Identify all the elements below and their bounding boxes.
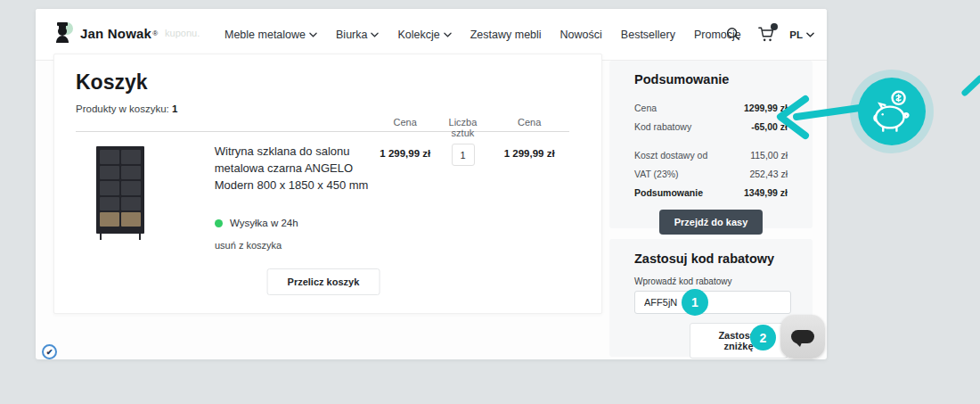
column-total-price: Cena: [489, 117, 569, 131]
language-label: PL: [789, 29, 803, 40]
column-unit-price: Cena: [374, 117, 437, 131]
summary-row-value: -65,00 zł: [751, 121, 788, 132]
nav-item-label: Biurka: [336, 29, 367, 41]
recalculate-cart-button[interactable]: Przelicz koszyk: [267, 268, 380, 295]
summary-title: Podsumowanie: [634, 72, 788, 87]
discount-title: Zastosuj kod rabatowy: [634, 251, 788, 266]
order-summary-panel: Podsumowanie Cena 1299,99 zł Kod rabatow…: [609, 61, 813, 228]
summary-row-label: VAT (23%): [634, 169, 679, 179]
nav-item-meble-metalowe[interactable]: Meble metalowe: [225, 29, 317, 41]
discount-input-label: Wprowadź kod rabatowy: [634, 276, 788, 286]
cart-count-value: 1: [172, 103, 177, 114]
brand-logo[interactable]: Jan Nowak ® kuponu.: [53, 21, 200, 45]
piggy-bank-icon: [858, 78, 926, 145]
chevron-down-icon: [806, 32, 814, 37]
column-quantity: Liczba sztuk: [437, 117, 490, 131]
nav-item-zestawy-mebli[interactable]: Zestawy mebli: [470, 29, 542, 41]
brand-ghost-text: kuponu.: [165, 28, 200, 38]
checkout-button[interactable]: Przejdź do kasy: [659, 210, 764, 235]
cart-count-line: Produkty w koszyku: 1: [76, 103, 177, 114]
nav-actions: PL: [725, 9, 814, 61]
brand-reg-mark: ®: [152, 29, 158, 37]
page: Jan Nowak ® kuponu. Meble metalowe Biurk…: [0, 0, 980, 404]
brand-logo-icon: [53, 21, 75, 45]
brand-name: Jan Nowak: [80, 26, 151, 41]
cart-table-header: Cena Liczba sztuk Cena: [76, 117, 569, 132]
cart-item-row: Witryna szklana do salonu metalowa czarn…: [93, 144, 569, 240]
cart-count-label: Produkty w koszyku:: [76, 103, 169, 114]
summary-row-value: 1349,99 zł: [744, 187, 788, 198]
chat-widget-button[interactable]: [780, 315, 825, 359]
shipping-status-label: Wysyłka w 24h: [230, 218, 298, 228]
cart-section: Koszyk Produkty w koszyku: 1 Cena Liczba…: [53, 54, 602, 314]
chevron-down-icon: [309, 32, 317, 37]
nav-item-label: Kolekcje: [397, 29, 439, 41]
summary-row-label: Koszt dostawy od: [634, 150, 707, 161]
search-icon[interactable]: [725, 26, 743, 44]
shipping-status: Wysyłka w 24h: [215, 218, 298, 228]
summary-row-value: 252,43 zł: [749, 169, 788, 179]
summary-row-total: Podsumowanie 1349,99 zł: [634, 187, 788, 198]
remove-from-cart-link[interactable]: usuń z koszyka: [215, 240, 282, 251]
summary-row-shipping: Koszt dostawy od 115,00 zł: [634, 150, 788, 161]
nav-item-label: Zestawy mebli: [470, 29, 542, 41]
shop-window: Jan Nowak ® kuponu. Meble metalowe Biurk…: [36, 9, 827, 359]
cabinet-illustration: [96, 146, 144, 234]
product-image[interactable]: [93, 146, 146, 240]
page-title: Koszyk: [76, 70, 148, 95]
nav-item-label: Bestsellery: [621, 29, 675, 41]
language-selector[interactable]: PL: [789, 29, 814, 40]
cart-icon[interactable]: [757, 26, 775, 44]
chevron-down-icon: [371, 32, 379, 37]
in-stock-dot-icon: [215, 219, 223, 227]
nav-item-nowosci[interactable]: Nowości: [560, 29, 602, 41]
nav-item-kolekcje[interactable]: Kolekcje: [397, 29, 451, 41]
product-total-price: 1 299,99 zł: [489, 144, 569, 240]
annotation-step-2: 2: [750, 325, 776, 350]
summary-row-label: Cena: [634, 103, 657, 113]
nav-item-label: Meble metalowe: [225, 29, 306, 41]
chevron-down-icon: [444, 32, 452, 37]
consent-check-icon[interactable]: ✔: [42, 344, 57, 359]
cart-count-badge: [771, 23, 778, 30]
nav-item-label: Nowości: [560, 29, 602, 41]
discount-code-input[interactable]: [634, 291, 791, 314]
summary-row-value: 1299,99 zł: [744, 103, 788, 113]
summary-row-price: Cena 1299,99 zł: [634, 103, 788, 113]
annotation-step-1: 1: [682, 289, 708, 316]
summary-row-label: Kod rabatowy: [634, 121, 691, 132]
nav-item-biurka[interactable]: Biurka: [336, 29, 379, 41]
summary-row-value: 115,00 zł: [750, 150, 788, 161]
quantity-input[interactable]: [452, 144, 475, 166]
summary-row-discount: Kod rabatowy -65,00 zł: [634, 121, 788, 132]
summary-row-label: Podsumowanie: [634, 187, 703, 198]
nav-item-bestsellery[interactable]: Bestsellery: [621, 29, 675, 41]
quantity-cell: [437, 144, 490, 240]
product-unit-price: 1 299,99 zł: [374, 144, 437, 240]
summary-row-vat: VAT (23%) 252,43 zł: [634, 169, 788, 179]
chat-bubble-icon: [791, 330, 814, 343]
